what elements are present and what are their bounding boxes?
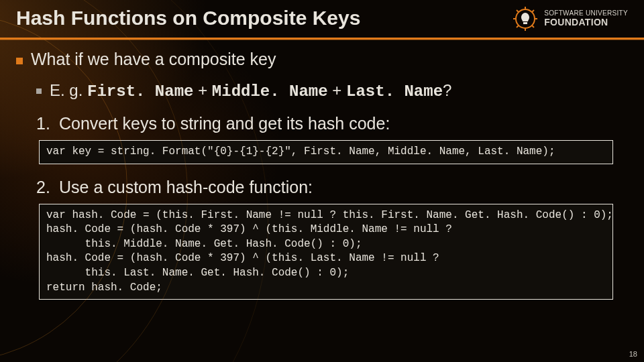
bullet-main: What if we have a composite key [16, 50, 628, 69]
logo-line2: FOUNDATION [544, 17, 628, 27]
step-1-number: 1. [36, 114, 50, 133]
bullet-example-text: E. g. First. Name + Middle. Name + Last.… [50, 81, 451, 101]
lightbulb-gear-icon [512, 5, 539, 32]
square-bullet-icon [16, 58, 23, 64]
svg-line-8 [517, 25, 519, 27]
slide-body: What if we have a composite key E. g. Fi… [0, 35, 644, 300]
title-underline [0, 38, 644, 40]
step-2: 2. Use a custom hash-code function: [36, 178, 628, 197]
svg-line-7 [532, 10, 534, 12]
svg-rect-9 [523, 22, 527, 24]
svg-line-6 [532, 25, 534, 27]
bullet-main-text: What if we have a composite key [31, 50, 276, 69]
eg-qmark: ? [443, 81, 451, 99]
step-1-text: Convert keys to string and get its hash … [59, 114, 390, 133]
code-block-1: var key = string. Format("{0}-{1}-{2}", … [39, 140, 613, 164]
eg-plus2: + [328, 81, 346, 99]
svg-line-5 [517, 10, 519, 12]
bullet-example: E. g. First. Name + Middle. Name + Last.… [36, 81, 628, 101]
slide-title: Hash Functions on Composite Keys [16, 7, 360, 29]
eg-plus1: + [193, 81, 211, 99]
square-bullet-icon [36, 88, 42, 94]
eg-prefix: E. g. [50, 81, 87, 99]
step-1: 1. Convert keys to string and get its ha… [36, 114, 628, 133]
step-2-text: Use a custom hash-code function: [59, 178, 313, 197]
eg-firstname: First. Name [87, 82, 193, 101]
eg-middlename: Middle. Name [212, 82, 328, 101]
eg-lastname: Last. Name [346, 82, 443, 101]
logo: SOFTWARE UNIVERSITY FOUNDATION [512, 5, 628, 32]
logo-text: SOFTWARE UNIVERSITY FOUNDATION [544, 10, 628, 27]
slide-header: Hash Functions on Composite Keys SOFTWAR… [0, 0, 644, 35]
code-block-2: var hash. Code = (this. First. Name != n… [39, 204, 613, 300]
page-number: 18 [629, 350, 637, 358]
step-2-number: 2. [36, 178, 50, 197]
